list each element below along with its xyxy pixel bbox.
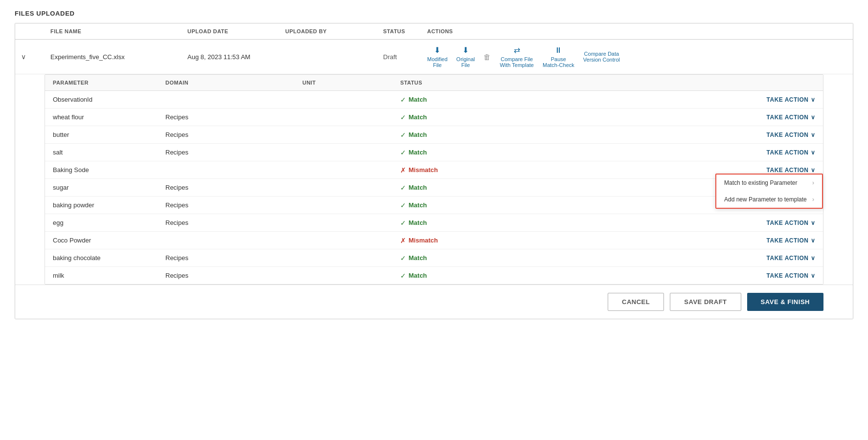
chevron-down-icon: ∨ xyxy=(811,272,815,279)
take-action-label: TAKE ACTION xyxy=(767,220,809,226)
footer-buttons: CANCEL SAVE DRAFT SAVE & FINISH xyxy=(15,285,853,319)
col-actions: ACTIONS xyxy=(421,28,853,34)
status-label: Match xyxy=(409,113,427,121)
take-action-button[interactable]: TAKE ACTION ∨ xyxy=(767,149,815,156)
take-action-label: TAKE ACTION xyxy=(767,132,809,138)
take-action-label: TAKE ACTION xyxy=(767,167,809,174)
files-uploaded-table: FILE NAME UPLOAD DATE UPLOADED BY STATUS… xyxy=(15,23,853,319)
chevron-down-icon: ∨ xyxy=(811,255,815,262)
take-action-button[interactable]: TAKE ACTION ∨ xyxy=(767,167,815,174)
x-icon: ✗ xyxy=(400,166,406,174)
col-file-name: FILE NAME xyxy=(45,28,182,34)
save-draft-button[interactable]: SAVE DRAFT xyxy=(670,293,741,311)
compare-version-btn[interactable]: Compare DataVersion Control xyxy=(583,51,620,63)
status-label: Mismatch xyxy=(409,166,438,174)
param-status: ✓ Match xyxy=(392,96,435,104)
save-finish-button[interactable]: SAVE & FINISH xyxy=(747,293,823,311)
take-action-button[interactable]: TAKE ACTION ∨ xyxy=(767,114,815,121)
take-action-button[interactable]: TAKE ACTION ∨ xyxy=(767,132,815,138)
take-action-dropdown: Match to existing Parameter › Add new Pa… xyxy=(715,174,823,209)
chevron-down-icon: ∨ xyxy=(811,167,815,174)
take-action-label: TAKE ACTION xyxy=(767,237,809,244)
chevron-down-icon: ∨ xyxy=(811,237,815,244)
param-domain: Recipes xyxy=(158,113,295,121)
check-icon: ✓ xyxy=(400,201,406,209)
expand-cell[interactable]: ∨ xyxy=(15,53,45,61)
file-name-cell: Experiments_five_CC.xlsx xyxy=(45,53,182,61)
status-label: Match xyxy=(409,219,427,226)
file-row: ∨ Experiments_five_CC.xlsx Aug 8, 2023 1… xyxy=(15,40,853,74)
table-row: baking powder Recipes ✓ Match TAKE ACTIO… xyxy=(45,197,823,214)
chevron-down-icon: ∨ xyxy=(811,96,815,103)
param-status: ✓ Match xyxy=(392,201,435,209)
compare-template-label: Compare FileWith Template xyxy=(500,56,534,68)
param-name: Coco Powder xyxy=(45,237,158,244)
param-domain: Recipes xyxy=(158,201,295,209)
param-action-cell: ✗ Mismatch TAKE ACTION ∨ Match to existi… xyxy=(392,167,823,174)
download-icon: ⬇ xyxy=(434,45,440,55)
status-label: Match xyxy=(409,184,427,191)
section-title: FILES UPLOADED xyxy=(15,10,853,17)
param-action-cell: ✓ Match TAKE ACTION ∨ xyxy=(392,96,823,103)
table-row: butter Recipes ✓ Match TAKE ACTION ∨ xyxy=(45,126,823,144)
outer-table-header: FILE NAME UPLOAD DATE UPLOADED BY STATUS… xyxy=(15,23,853,40)
file-status-cell: Draft xyxy=(377,53,421,61)
original-file-btn[interactable]: ⬇ OriginalFile xyxy=(457,45,475,68)
param-domain: Recipes xyxy=(158,219,295,226)
table-row: salt Recipes ✓ Match TAKE ACTION ∨ xyxy=(45,144,823,161)
col-status: STATUS xyxy=(377,28,421,34)
status-label: Match xyxy=(409,272,427,279)
param-domain: Recipes xyxy=(158,149,295,156)
col-domain: DOMAIN xyxy=(158,80,295,86)
col-param-status: STATUS xyxy=(392,80,823,86)
param-status: ✓ Match xyxy=(392,113,435,121)
upload-date-cell: Aug 8, 2023 11:53 AM xyxy=(182,53,279,61)
param-name: egg xyxy=(45,219,158,226)
dropdown-item-label: Add new Parameter to template xyxy=(724,196,807,203)
col-expand xyxy=(15,28,45,34)
download-original-icon: ⬇ xyxy=(462,45,469,55)
compare-template-btn[interactable]: ⇄ Compare FileWith Template xyxy=(500,45,534,68)
table-row: wheat flour Recipes ✓ Match TAKE ACTION … xyxy=(45,109,823,126)
take-action-button[interactable]: TAKE ACTION ∨ xyxy=(767,255,815,262)
status-label: Match xyxy=(409,149,427,156)
chevron-down-icon: ∨ xyxy=(21,53,26,61)
pause-match-btn[interactable]: ⏸ PauseMatch-Check xyxy=(543,46,574,68)
status-label: Match xyxy=(409,201,427,209)
param-action-cell: ✓ Match TAKE ACTION ∨ xyxy=(392,272,823,279)
parameters-table: PARAMETER DOMAIN UNIT STATUS Observation… xyxy=(45,74,823,285)
table-row: baking chocolate Recipes ✓ Match TAKE AC… xyxy=(45,249,823,267)
take-action-button[interactable]: TAKE ACTION ∨ xyxy=(767,220,815,226)
param-status: ✗ Mismatch xyxy=(392,237,446,244)
take-action-label: TAKE ACTION xyxy=(767,255,809,262)
param-status: ✓ Match xyxy=(392,254,435,262)
cancel-button[interactable]: CANCEL xyxy=(608,293,664,311)
delete-icon[interactable]: 🗑 xyxy=(483,53,491,61)
compare-version-label: Compare DataVersion Control xyxy=(583,51,620,63)
table-row: Coco Powder ✗ Mismatch TAKE ACTION ∨ xyxy=(45,232,823,249)
table-row: ObservationId ✓ Match TAKE ACTION ∨ xyxy=(45,91,823,109)
take-action-button[interactable]: TAKE ACTION ∨ xyxy=(767,96,815,103)
dropdown-item-match-existing[interactable]: Match to existing Parameter › xyxy=(716,175,822,191)
param-action-cell: ✓ Match TAKE ACTION ∨ xyxy=(392,149,823,156)
param-name: butter xyxy=(45,131,158,138)
table-row: milk Recipes ✓ Match TAKE ACTION ∨ xyxy=(45,267,823,284)
check-icon: ✓ xyxy=(400,254,406,262)
take-action-label: TAKE ACTION xyxy=(767,272,809,279)
pause-icon: ⏸ xyxy=(554,46,562,55)
check-icon: ✓ xyxy=(400,219,406,227)
check-icon: ✓ xyxy=(400,131,406,139)
page-wrapper: FILES UPLOADED FILE NAME UPLOAD DATE UPL… xyxy=(0,0,868,440)
chevron-down-icon: ∨ xyxy=(811,132,815,138)
param-status: ✓ Match xyxy=(392,219,435,227)
col-upload-date: UPLOAD DATE xyxy=(182,28,279,34)
modified-file-label: ModifiedFile xyxy=(427,56,448,68)
dropdown-item-add-new[interactable]: Add new Parameter to template › xyxy=(716,191,822,208)
param-name: sugar xyxy=(45,184,158,191)
col-unit: UNIT xyxy=(295,80,392,86)
check-icon: ✓ xyxy=(400,272,406,280)
take-action-button[interactable]: TAKE ACTION ∨ xyxy=(767,237,815,244)
param-domain: Recipes xyxy=(158,272,295,279)
modified-file-btn[interactable]: ⬇ ModifiedFile xyxy=(427,45,448,68)
take-action-button[interactable]: TAKE ACTION ∨ xyxy=(767,272,815,279)
